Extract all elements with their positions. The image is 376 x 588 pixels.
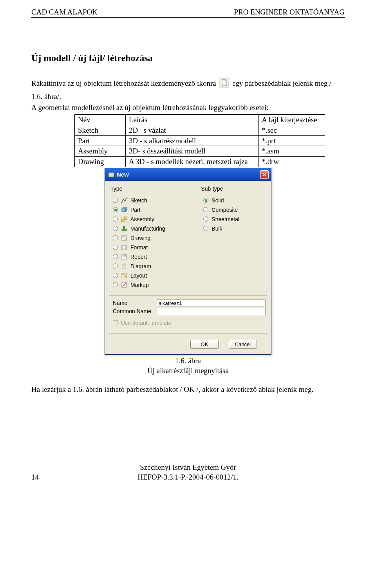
svg-rect-10: [122, 229, 127, 231]
common-name-input[interactable]: [157, 308, 266, 315]
type-heading: Type: [110, 186, 189, 192]
radio-icon: [113, 245, 118, 250]
subtype-sheetmetal-radio[interactable]: Sheetmetal: [201, 215, 266, 224]
svg-rect-2: [108, 172, 114, 173]
svg-point-4: [126, 197, 127, 198]
template-label: Use default template: [121, 320, 171, 326]
subtype-composite-radio[interactable]: Composite: [201, 205, 266, 215]
def-cell: Név: [75, 115, 126, 125]
def-cell: Part: [75, 135, 126, 146]
subtype-label: Bulk: [212, 225, 222, 232]
figure-caption: Új alkatrészfájl megnyitása: [31, 366, 345, 376]
definition-table: Név Leírás A fájl kiterjesztése Sketch 2…: [74, 114, 325, 167]
diagram-icon: [121, 263, 127, 269]
page-footer: 14 Széchenyi István Egyetem Győr HEFOP-3…: [0, 463, 376, 494]
subtype-label: Solid: [212, 197, 224, 204]
cancel-button[interactable]: Cancel: [229, 340, 257, 349]
svg-rect-8: [121, 219, 124, 222]
subtype-bulk-radio[interactable]: Bulk: [201, 224, 266, 233]
dialog-title: New: [117, 171, 129, 178]
def-cell: A 3D - s modellek nézeti, metszeti rajza: [125, 157, 258, 167]
separator: [109, 295, 267, 296]
type-drawing-radio[interactable]: Drawing: [110, 233, 189, 243]
def-cell: 3D- s összeállítási modell: [125, 146, 258, 157]
type-diagram-radio[interactable]: Diagram: [110, 262, 189, 271]
type-label: Part: [130, 207, 141, 213]
def-cell: *.prt: [258, 135, 325, 146]
intro-paragraph: Rákattintva az új objektum létrehozását …: [31, 78, 345, 90]
subtype-solid-radio[interactable]: Solid: [201, 196, 266, 205]
radio-icon: [113, 216, 118, 222]
radio-icon: [113, 254, 118, 259]
footer-line1: Széchenyi István Egyetem Győr: [0, 463, 376, 473]
def-cell: Drawing: [75, 157, 126, 167]
subtype-heading: Sub-type: [201, 186, 266, 192]
svg-rect-9: [124, 217, 127, 220]
svg-point-3: [121, 202, 123, 203]
type-format-radio[interactable]: Format: [110, 243, 189, 252]
type-part-radio[interactable]: Part: [110, 205, 189, 215]
svg-rect-5: [122, 209, 126, 212]
def-cell: Leírás: [125, 115, 258, 125]
def-cell: Sketch: [75, 125, 126, 135]
page-header: CAD CAM ALAPOK PRO ENGINEER OKTATÓANYAG: [31, 8, 345, 18]
intro-text-2: egy párbeszédablak jelenik meg /: [232, 79, 331, 87]
drawing-icon: [121, 235, 127, 241]
template-checkbox-row: Use default template: [110, 316, 266, 328]
type-label: Format: [130, 244, 148, 251]
radio-icon: [113, 235, 118, 240]
type-assembly-radio[interactable]: Assembly: [110, 215, 189, 224]
type-sketch-radio[interactable]: Sketch: [110, 196, 189, 205]
intro-line2: 1.6. ábra/.: [31, 92, 345, 102]
checkbox-icon: [113, 320, 118, 325]
svg-rect-29: [125, 276, 126, 277]
dialog-app-icon: [108, 171, 114, 178]
radio-icon: [113, 263, 118, 269]
section-title: Új modell / új fájl/ létrehozása: [31, 53, 345, 63]
header-right: PRO ENGINEER OKTATÓANYAG: [234, 8, 345, 16]
closing-paragraph: Ha lezárjuk a 1.6. ábrán látható párbesz…: [31, 385, 345, 395]
radio-icon: [113, 226, 118, 231]
radio-icon: [113, 198, 118, 203]
figure-number: 1.6. ábra: [31, 356, 345, 366]
markup-icon: [121, 282, 127, 288]
svg-rect-25: [124, 264, 126, 265]
footer-line2: HEFOP-3.3.1-P.-2004-06-0012/1.: [0, 473, 376, 482]
radio-icon: [203, 226, 208, 231]
type-manufacturing-radio[interactable]: Manufacturing: [110, 224, 189, 233]
separator: [109, 333, 267, 334]
type-report-radio[interactable]: Report: [110, 252, 189, 262]
assembly-icon: [121, 216, 127, 222]
type-label: Sketch: [130, 197, 147, 204]
subtype-label: Sheetmetal: [212, 216, 239, 222]
def-cell: *.asm: [258, 146, 325, 157]
intro-line3: A geometriai modellezésnél az új objektu…: [31, 103, 345, 113]
intro-text-1: Rákattintva az új objektum létrehozását …: [31, 79, 216, 87]
report-icon: [121, 254, 127, 260]
ok-button[interactable]: OK: [190, 340, 219, 349]
header-left: CAD CAM ALAPOK: [31, 8, 98, 16]
svg-rect-28: [123, 274, 124, 275]
svg-rect-11: [123, 226, 125, 229]
type-label: Diagram: [130, 263, 151, 269]
name-input[interactable]: [157, 299, 266, 307]
type-label: Manufacturing: [130, 225, 165, 232]
def-cell: 2D –s vázlat: [125, 125, 258, 135]
type-layout-radio[interactable]: Layout: [110, 271, 189, 280]
def-cell: *.drw: [258, 157, 325, 167]
type-markup-radio[interactable]: Markup: [110, 280, 189, 290]
common-name-label: Common Name: [113, 308, 153, 314]
layout-icon: [121, 272, 127, 279]
def-cell: A fájl kiterjesztése: [258, 115, 325, 125]
type-label: Report: [130, 254, 147, 260]
radio-icon: [203, 216, 208, 222]
manufacturing-icon: [121, 225, 127, 232]
new-file-icon: [219, 78, 229, 90]
def-cell: Assembly: [75, 146, 126, 157]
sketch-icon: [121, 197, 127, 204]
dialog-titlebar[interactable]: New: [105, 168, 271, 181]
type-label: Markup: [130, 282, 149, 288]
radio-icon: [113, 273, 118, 278]
format-icon: [121, 244, 127, 251]
close-button[interactable]: [260, 170, 269, 179]
